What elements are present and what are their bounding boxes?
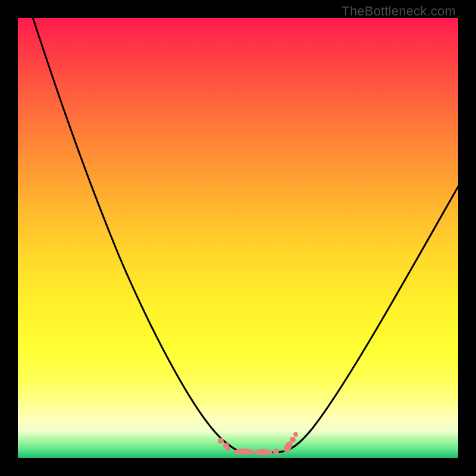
marker-dot [226,446,230,451]
marker-dot [223,443,229,449]
marker-dot [290,437,296,443]
curve-right-branch [283,184,458,452]
bottleneck-curve [18,18,458,458]
marker-dot [293,432,298,437]
marker-dot [273,449,279,455]
curve-left-branch [31,18,239,451]
marker-segment [282,440,294,453]
markers-group [218,432,298,455]
marker-segment [253,449,273,455]
watermark-text: TheBottleneck.com [342,4,456,19]
plot-area [18,18,458,458]
curve-basin [239,451,283,452]
marker-dot [218,438,224,444]
chart-frame: TheBottleneck.com [0,0,476,476]
marker-segment [233,449,255,455]
